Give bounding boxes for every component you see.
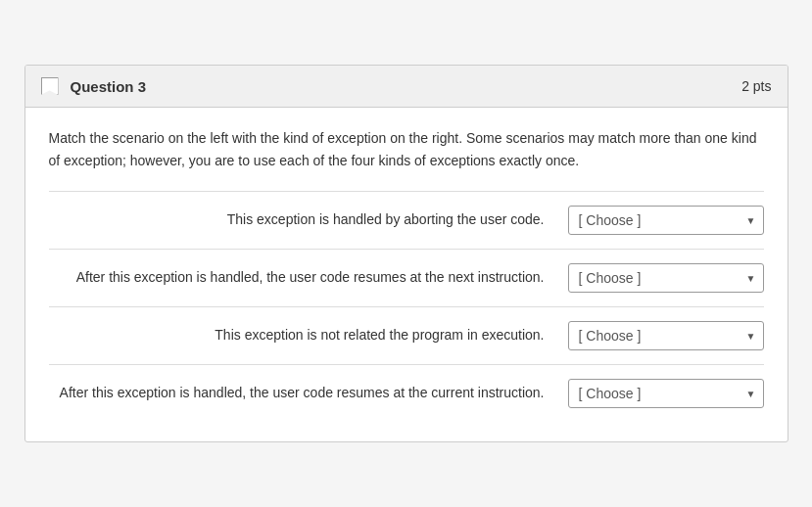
match-select-wrapper-2: [ Choose ] Trap Fault Abort Interrupt ▼ bbox=[568, 263, 764, 293]
question-body: Match the scenario on the left with the … bbox=[25, 108, 788, 441]
match-select-wrapper-1: [ Choose ] Trap Fault Abort Interrupt ▼ bbox=[568, 206, 764, 235]
match-row-3: This exception is not related the progra… bbox=[49, 306, 764, 364]
match-select-wrapper-4: [ Choose ] Trap Fault Abort Interrupt ▼ bbox=[568, 379, 764, 408]
match-select-2[interactable]: [ Choose ] Trap Fault Abort Interrupt bbox=[568, 263, 764, 293]
match-text-4: After this exception is handled, the use… bbox=[49, 383, 552, 403]
match-text-1: This exception is handled by aborting th… bbox=[49, 209, 552, 230]
header-left: Question 3 bbox=[41, 77, 147, 95]
match-text-3: This exception is not related the progra… bbox=[49, 325, 552, 346]
match-select-wrapper-3: [ Choose ] Trap Fault Abort Interrupt ▼ bbox=[568, 321, 764, 350]
match-select-4[interactable]: [ Choose ] Trap Fault Abort Interrupt bbox=[568, 379, 764, 408]
bookmark-icon bbox=[41, 77, 59, 95]
match-text-2: After this exception is handled, the use… bbox=[49, 267, 552, 288]
question-card: Question 3 2 pts Match the scenario on t… bbox=[24, 65, 788, 442]
question-title: Question 3 bbox=[71, 78, 147, 95]
question-points: 2 pts bbox=[741, 78, 771, 94]
question-instructions: Match the scenario on the left with the … bbox=[49, 127, 764, 171]
match-row-4: After this exception is handled, the use… bbox=[49, 364, 764, 422]
match-row-2: After this exception is handled, the use… bbox=[49, 249, 764, 306]
match-select-1[interactable]: [ Choose ] Trap Fault Abort Interrupt bbox=[568, 206, 764, 235]
match-row-1: This exception is handled by aborting th… bbox=[49, 191, 764, 249]
question-header: Question 3 2 pts bbox=[25, 66, 788, 108]
match-select-3[interactable]: [ Choose ] Trap Fault Abort Interrupt bbox=[568, 321, 764, 350]
